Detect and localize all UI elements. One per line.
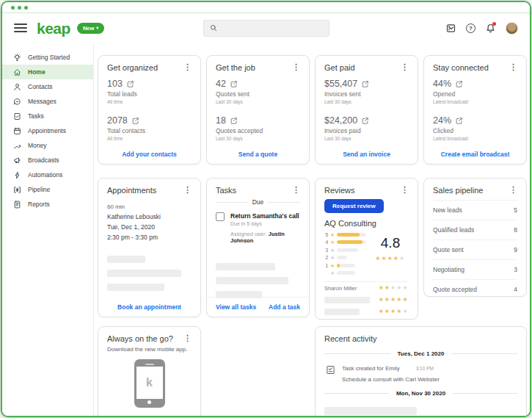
skeleton-bar — [216, 277, 288, 284]
kebab-menu-icon[interactable]: ⋮ — [509, 186, 517, 194]
card-title: Recent activity — [324, 334, 517, 343]
date-label: Mon, Nov 30 2020 — [396, 390, 445, 397]
stat-period: All time — [107, 136, 192, 141]
review-row: ★★★★★★★★★★ — [324, 306, 409, 317]
card-title: Get paid — [324, 63, 355, 72]
kebab-menu-icon[interactable]: ⋮ — [401, 186, 409, 194]
phone-illustration: k — [134, 359, 165, 408]
external-link-icon[interactable] — [127, 81, 134, 87]
send-quote-link[interactable]: Send a quote — [207, 151, 309, 158]
external-link-icon[interactable] — [362, 118, 368, 124]
help-icon[interactable]: ? — [466, 24, 475, 33]
kebab-menu-icon[interactable]: ⋮ — [292, 63, 300, 71]
megaphone-icon — [13, 156, 21, 165]
task-title: Return Samantha's call — [230, 212, 300, 220]
sidebar-item-label: Contacts — [28, 83, 53, 90]
keap-logo[interactable]: keap — [37, 21, 70, 36]
request-review-button[interactable]: Request review — [324, 199, 384, 213]
new-badge-dropdown[interactable]: New ▾ — [77, 23, 104, 34]
histogram-star: ★ — [330, 263, 335, 268]
send-invoice-link[interactable]: Send an invoice — [316, 151, 418, 158]
stage-count: 9 — [514, 246, 517, 253]
window-control-dot[interactable] — [24, 6, 28, 10]
external-link-icon[interactable] — [230, 118, 237, 124]
search-input[interactable] — [222, 24, 323, 32]
stage-count: 3 — [514, 266, 517, 273]
stat-period: Latest broadcast — [433, 136, 517, 141]
sidebar-item-money[interactable]: Money — [2, 138, 93, 153]
sidebar-item-contacts[interactable]: Contacts — [2, 79, 93, 94]
appointment-contact: Katherine Lebouski — [107, 213, 192, 220]
sidebar-item-home[interactable]: Home — [2, 65, 93, 79]
external-link-icon[interactable] — [456, 118, 462, 124]
window-control-dot[interactable] — [11, 6, 15, 10]
histogram-label: 1 — [324, 263, 328, 268]
histogram-row: 4 ★ — [324, 239, 366, 245]
sidebar-item-tasks[interactable]: Tasks — [2, 109, 93, 123]
histogram-label: 4 — [324, 239, 328, 245]
sidebar-item-messages[interactable]: Messages — [2, 94, 93, 109]
external-link-icon[interactable] — [132, 118, 139, 124]
stage-label: Quote sent — [433, 246, 464, 253]
sidebar-item-appointments[interactable]: Appointments — [2, 123, 93, 138]
search-bar[interactable] — [203, 20, 329, 37]
pipeline-stage[interactable]: Quote sent 9 — [433, 240, 517, 260]
sidebar-item-broadcasts[interactable]: Broadcasts — [2, 153, 93, 167]
add-contacts-link[interactable]: Add your contacts — [98, 151, 200, 158]
kebab-menu-icon[interactable]: ⋮ — [183, 186, 192, 194]
create-broadcast-link[interactable]: Create email broadcast — [424, 151, 526, 158]
external-link-icon[interactable] — [362, 81, 368, 87]
stat-total-contacts: 2078 Total contacts All time — [107, 115, 192, 141]
notification-bell-icon[interactable] — [486, 24, 495, 33]
pipeline-stage[interactable]: Qualified leads 8 — [433, 220, 517, 240]
business-name: AQ Consulting — [324, 219, 409, 228]
sidebar-item-getting-started[interactable]: Getting Started — [2, 50, 93, 65]
card-title: Appointments — [107, 186, 156, 195]
external-link-icon[interactable] — [456, 81, 462, 87]
overall-star-rating: ★★★★★★★★★★ — [375, 256, 405, 262]
pipeline-stage[interactable]: Quote accepted 4 — [433, 280, 517, 297]
external-link-icon[interactable] — [230, 81, 237, 87]
stat-value: 103 — [107, 79, 123, 89]
kebab-menu-icon[interactable]: ⋮ — [183, 63, 192, 71]
book-appointment-link[interactable]: Book an appointment — [98, 303, 200, 311]
sidebar-item-label: Home — [28, 68, 45, 76]
kebab-menu-icon[interactable]: ⋮ — [401, 63, 409, 71]
kebab-menu-icon[interactable]: ⋮ — [183, 334, 192, 342]
stage-label: Qualified leads — [433, 226, 474, 234]
for-ios-link[interactable]: For iOS — [163, 415, 186, 416]
task-due: Due in 5 days — [230, 221, 300, 226]
sidebar-item-label: Tasks — [28, 112, 44, 120]
stat-period: All time — [107, 99, 192, 104]
star-rating: ★★★★★★★★★★ — [379, 309, 409, 314]
view-all-tasks-link[interactable]: View all tasks — [216, 303, 256, 311]
review-row: ★★★★★★★★★★ — [324, 294, 409, 306]
stat-label: Total leads — [107, 90, 192, 98]
money-trend-icon — [13, 142, 21, 150]
pipeline-stage[interactable]: Negotiating 3 — [433, 260, 517, 280]
sidebar-item-pipeline[interactable]: Pipeline — [2, 182, 93, 197]
stage-count: 4 — [514, 286, 517, 293]
keap-mark: k — [146, 376, 153, 389]
stat-value: 44% — [433, 79, 451, 89]
card-title: Sales pipeline — [433, 186, 484, 195]
kebab-menu-icon[interactable]: ⋮ — [509, 63, 517, 71]
user-avatar[interactable] — [506, 22, 518, 35]
window-control-dot[interactable] — [18, 6, 21, 10]
sidebar-item-automations[interactable]: Automations — [2, 167, 93, 182]
for-android-link[interactable]: For Android — [113, 415, 148, 416]
hamburger-menu-icon[interactable] — [14, 24, 27, 32]
histogram-label: 2 — [324, 255, 328, 260]
card-mobile-app: Always on the go? ⋮ Download the new mob… — [98, 326, 201, 416]
card-title: Stay connected — [433, 63, 489, 72]
skeleton-bar — [216, 263, 275, 270]
card-title: Reviews — [324, 186, 355, 195]
checklist-icon[interactable] — [446, 24, 456, 33]
activity-item: Task created for Emily 3:10 PM Schedule … — [324, 365, 517, 383]
task-checkbox[interactable] — [216, 212, 225, 221]
sidebar-item-reports[interactable]: Reports — [2, 197, 93, 212]
add-task-link[interactable]: Add a task — [269, 303, 300, 311]
kebab-menu-icon[interactable]: ⋮ — [292, 186, 300, 194]
pipeline-stage[interactable]: New leads 5 — [433, 201, 517, 220]
stage-count: 5 — [514, 206, 517, 214]
